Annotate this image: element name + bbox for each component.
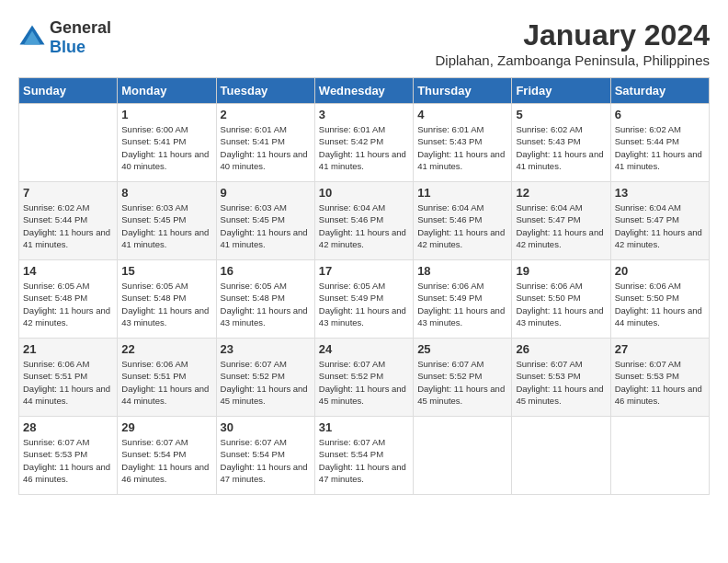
calendar-cell xyxy=(414,417,512,495)
calendar-cell: 30Sunrise: 6:07 AMSunset: 5:54 PMDayligh… xyxy=(216,417,314,495)
calendar-cell: 11Sunrise: 6:04 AMSunset: 5:46 PMDayligh… xyxy=(414,182,512,260)
weekday-header-thursday: Thursday xyxy=(414,78,512,104)
calendar-cell: 17Sunrise: 6:05 AMSunset: 5:49 PMDayligh… xyxy=(314,260,413,339)
day-number: 6 xyxy=(615,108,705,121)
calendar-cell: 26Sunrise: 6:07 AMSunset: 5:53 PMDayligh… xyxy=(512,339,610,417)
day-number: 15 xyxy=(121,264,211,278)
calendar-week-2: 7Sunrise: 6:02 AMSunset: 5:44 PMDaylight… xyxy=(19,182,710,260)
calendar-week-4: 21Sunrise: 6:06 AMSunset: 5:51 PMDayligh… xyxy=(19,339,710,417)
day-number: 5 xyxy=(516,108,606,121)
day-info: Sunrise: 6:01 AMSunset: 5:43 PMDaylight:… xyxy=(417,123,507,172)
day-info: Sunrise: 6:05 AMSunset: 5:48 PMDaylight:… xyxy=(23,280,113,328)
day-number: 27 xyxy=(615,342,705,356)
day-info: Sunrise: 6:07 AMSunset: 5:52 PMDaylight:… xyxy=(221,358,311,407)
day-number: 12 xyxy=(516,186,606,200)
calendar-cell: 13Sunrise: 6:04 AMSunset: 5:47 PMDayligh… xyxy=(610,182,709,260)
day-info: Sunrise: 6:06 AMSunset: 5:50 PMDaylight:… xyxy=(615,280,705,328)
day-number: 28 xyxy=(23,420,113,434)
day-info: Sunrise: 6:05 AMSunset: 5:48 PMDaylight:… xyxy=(121,280,211,328)
day-number: 14 xyxy=(23,264,113,278)
calendar-week-5: 28Sunrise: 6:07 AMSunset: 5:53 PMDayligh… xyxy=(19,417,710,495)
calendar-table: SundayMondayTuesdayWednesdayThursdayFrid… xyxy=(18,77,710,495)
day-number: 25 xyxy=(417,342,507,356)
day-number: 24 xyxy=(319,342,409,356)
day-info: Sunrise: 6:07 AMSunset: 5:53 PMDaylight:… xyxy=(23,436,113,485)
calendar-header: SundayMondayTuesdayWednesdayThursdayFrid… xyxy=(19,78,710,104)
day-number: 26 xyxy=(516,342,606,356)
day-info: Sunrise: 6:02 AMSunset: 5:43 PMDaylight:… xyxy=(516,123,606,172)
day-number: 13 xyxy=(615,186,705,200)
calendar-cell: 21Sunrise: 6:06 AMSunset: 5:51 PMDayligh… xyxy=(19,339,118,417)
calendar-cell: 12Sunrise: 6:04 AMSunset: 5:47 PMDayligh… xyxy=(512,182,610,260)
calendar-cell: 31Sunrise: 6:07 AMSunset: 5:54 PMDayligh… xyxy=(314,417,413,495)
calendar-week-3: 14Sunrise: 6:05 AMSunset: 5:48 PMDayligh… xyxy=(19,260,710,339)
day-info: Sunrise: 6:07 AMSunset: 5:54 PMDaylight:… xyxy=(121,436,211,485)
day-number: 20 xyxy=(615,264,705,278)
weekday-header-saturday: Saturday xyxy=(610,78,709,104)
month-year-title: January 2024 xyxy=(435,18,710,52)
weekday-header-monday: Monday xyxy=(118,78,216,104)
day-info: Sunrise: 6:04 AMSunset: 5:47 PMDaylight:… xyxy=(615,201,705,250)
logo-text-general: General xyxy=(50,18,111,37)
day-number: 30 xyxy=(221,420,311,434)
day-number: 8 xyxy=(121,186,211,200)
calendar-cell: 18Sunrise: 6:06 AMSunset: 5:49 PMDayligh… xyxy=(414,260,512,339)
day-number: 31 xyxy=(319,420,409,434)
day-info: Sunrise: 6:01 AMSunset: 5:42 PMDaylight:… xyxy=(319,123,409,172)
day-number: 11 xyxy=(417,186,507,200)
logo: General Blue xyxy=(18,18,111,57)
day-info: Sunrise: 6:04 AMSunset: 5:47 PMDaylight:… xyxy=(516,201,606,250)
calendar-body: 1Sunrise: 6:00 AMSunset: 5:41 PMDaylight… xyxy=(19,104,710,495)
calendar-cell: 24Sunrise: 6:07 AMSunset: 5:52 PMDayligh… xyxy=(314,339,413,417)
calendar-cell xyxy=(610,417,709,495)
day-number: 19 xyxy=(516,264,606,278)
day-number: 3 xyxy=(319,108,409,121)
weekday-header-sunday: Sunday xyxy=(19,78,118,104)
calendar-cell: 2Sunrise: 6:01 AMSunset: 5:41 PMDaylight… xyxy=(216,104,314,182)
day-number: 21 xyxy=(23,342,113,356)
calendar-cell: 6Sunrise: 6:02 AMSunset: 5:44 PMDaylight… xyxy=(610,104,709,182)
day-info: Sunrise: 6:01 AMSunset: 5:41 PMDaylight:… xyxy=(221,123,311,172)
day-info: Sunrise: 6:06 AMSunset: 5:51 PMDaylight:… xyxy=(23,358,113,407)
day-info: Sunrise: 6:07 AMSunset: 5:54 PMDaylight:… xyxy=(221,436,311,485)
weekday-header-friday: Friday xyxy=(512,78,610,104)
day-info: Sunrise: 6:04 AMSunset: 5:46 PMDaylight:… xyxy=(417,201,507,250)
calendar-cell: 3Sunrise: 6:01 AMSunset: 5:42 PMDaylight… xyxy=(314,104,413,182)
calendar-cell: 15Sunrise: 6:05 AMSunset: 5:48 PMDayligh… xyxy=(118,260,216,339)
logo-text-blue: Blue xyxy=(50,38,85,56)
calendar-cell: 7Sunrise: 6:02 AMSunset: 5:44 PMDaylight… xyxy=(19,182,118,260)
day-number: 18 xyxy=(417,264,507,278)
day-info: Sunrise: 6:07 AMSunset: 5:52 PMDaylight:… xyxy=(417,358,507,407)
calendar-cell xyxy=(19,104,118,182)
calendar-cell: 10Sunrise: 6:04 AMSunset: 5:46 PMDayligh… xyxy=(314,182,413,260)
day-info: Sunrise: 6:06 AMSunset: 5:51 PMDaylight:… xyxy=(121,358,211,407)
day-info: Sunrise: 6:07 AMSunset: 5:53 PMDaylight:… xyxy=(615,358,705,407)
day-info: Sunrise: 6:05 AMSunset: 5:48 PMDaylight:… xyxy=(221,280,311,328)
weekday-header-tuesday: Tuesday xyxy=(216,78,314,104)
day-info: Sunrise: 6:07 AMSunset: 5:53 PMDaylight:… xyxy=(516,358,606,407)
day-info: Sunrise: 6:06 AMSunset: 5:49 PMDaylight:… xyxy=(417,280,507,328)
day-info: Sunrise: 6:06 AMSunset: 5:50 PMDaylight:… xyxy=(516,280,606,328)
day-info: Sunrise: 6:07 AMSunset: 5:54 PMDaylight:… xyxy=(319,436,409,485)
calendar-cell: 4Sunrise: 6:01 AMSunset: 5:43 PMDaylight… xyxy=(414,104,512,182)
calendar-cell: 20Sunrise: 6:06 AMSunset: 5:50 PMDayligh… xyxy=(610,260,709,339)
calendar-week-1: 1Sunrise: 6:00 AMSunset: 5:41 PMDaylight… xyxy=(19,104,710,182)
day-number: 22 xyxy=(121,342,211,356)
day-info: Sunrise: 6:03 AMSunset: 5:45 PMDaylight:… xyxy=(121,201,211,250)
calendar-cell: 22Sunrise: 6:06 AMSunset: 5:51 PMDayligh… xyxy=(118,339,216,417)
calendar-cell: 1Sunrise: 6:00 AMSunset: 5:41 PMDaylight… xyxy=(118,104,216,182)
calendar-cell xyxy=(512,417,610,495)
calendar-cell: 25Sunrise: 6:07 AMSunset: 5:52 PMDayligh… xyxy=(414,339,512,417)
day-info: Sunrise: 6:02 AMSunset: 5:44 PMDaylight:… xyxy=(615,123,705,172)
calendar-cell: 28Sunrise: 6:07 AMSunset: 5:53 PMDayligh… xyxy=(19,417,118,495)
calendar-cell: 27Sunrise: 6:07 AMSunset: 5:53 PMDayligh… xyxy=(610,339,709,417)
day-number: 16 xyxy=(221,264,311,278)
page-header: General Blue January 2024 Diplahan, Zamb… xyxy=(18,18,710,68)
day-number: 1 xyxy=(121,108,211,121)
day-info: Sunrise: 6:07 AMSunset: 5:52 PMDaylight:… xyxy=(319,358,409,407)
day-info: Sunrise: 6:02 AMSunset: 5:44 PMDaylight:… xyxy=(23,201,113,250)
day-number: 17 xyxy=(319,264,409,278)
calendar-cell: 16Sunrise: 6:05 AMSunset: 5:48 PMDayligh… xyxy=(216,260,314,339)
location-subtitle: Diplahan, Zamboanga Peninsula, Philippin… xyxy=(435,52,710,68)
day-info: Sunrise: 6:00 AMSunset: 5:41 PMDaylight:… xyxy=(121,123,211,172)
